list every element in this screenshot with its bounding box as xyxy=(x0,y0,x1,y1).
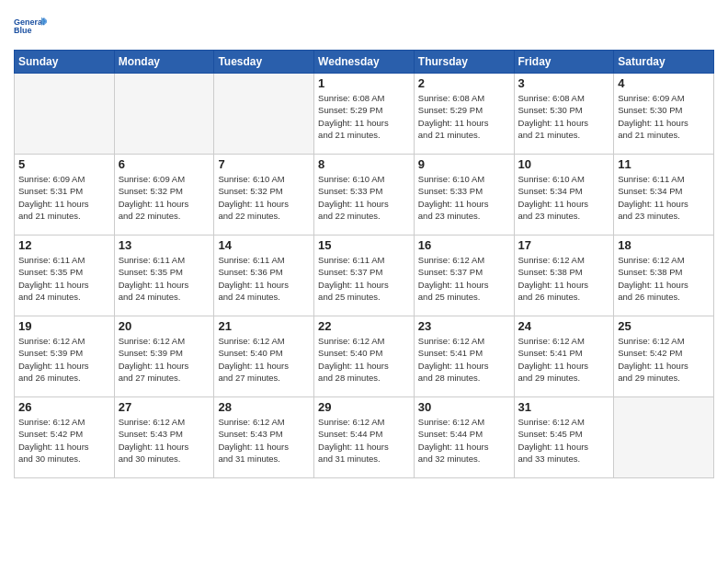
day-info: Sunrise: 6:10 AMSunset: 5:34 PMDaylight:… xyxy=(518,173,610,222)
calendar-cell: 16Sunrise: 6:12 AMSunset: 5:37 PMDayligh… xyxy=(414,236,514,316)
day-number: 12 xyxy=(18,238,110,252)
calendar-cell: 13Sunrise: 6:11 AMSunset: 5:35 PMDayligh… xyxy=(114,236,214,316)
day-info: Sunrise: 6:12 AMSunset: 5:42 PMDaylight:… xyxy=(618,335,710,384)
day-info: Sunrise: 6:11 AMSunset: 5:36 PMDaylight:… xyxy=(218,254,310,303)
day-info: Sunrise: 6:08 AMSunset: 5:29 PMDaylight:… xyxy=(418,92,510,141)
day-header-monday: Monday xyxy=(114,51,214,74)
day-number: 8 xyxy=(318,157,410,171)
day-number: 5 xyxy=(18,157,110,171)
day-info: Sunrise: 6:12 AMSunset: 5:44 PMDaylight:… xyxy=(318,416,410,465)
day-info: Sunrise: 6:09 AMSunset: 5:31 PMDaylight:… xyxy=(18,173,110,222)
day-info: Sunrise: 6:09 AMSunset: 5:30 PMDaylight:… xyxy=(618,92,710,141)
calendar-cell: 24Sunrise: 6:12 AMSunset: 5:41 PMDayligh… xyxy=(514,316,614,397)
header: General Blue xyxy=(14,9,714,42)
day-number: 13 xyxy=(119,238,210,252)
logo: General Blue xyxy=(14,9,47,42)
calendar-cell: 26Sunrise: 6:12 AMSunset: 5:42 PMDayligh… xyxy=(15,397,115,478)
day-number: 18 xyxy=(618,238,710,252)
day-info: Sunrise: 6:10 AMSunset: 5:33 PMDaylight:… xyxy=(318,173,410,222)
calendar-cell: 29Sunrise: 6:12 AMSunset: 5:44 PMDayligh… xyxy=(314,397,415,478)
page: General Blue SundayMondayTuesdayWednesda… xyxy=(0,0,728,563)
day-number: 21 xyxy=(218,319,310,333)
day-number: 26 xyxy=(18,400,110,414)
day-number: 20 xyxy=(119,319,210,333)
calendar-cell xyxy=(614,397,714,478)
calendar-table: SundayMondayTuesdayWednesdayThursdayFrid… xyxy=(14,50,714,478)
day-number: 28 xyxy=(218,400,310,414)
day-number: 3 xyxy=(518,76,610,90)
day-info: Sunrise: 6:12 AMSunset: 5:40 PMDaylight:… xyxy=(218,335,310,384)
calendar-cell: 27Sunrise: 6:12 AMSunset: 5:43 PMDayligh… xyxy=(114,397,214,478)
day-number: 14 xyxy=(218,238,310,252)
calendar-cell: 2Sunrise: 6:08 AMSunset: 5:29 PMDaylight… xyxy=(414,74,514,155)
day-header-friday: Friday xyxy=(514,51,614,74)
day-number: 7 xyxy=(218,157,310,171)
day-info: Sunrise: 6:10 AMSunset: 5:33 PMDaylight:… xyxy=(418,173,510,222)
day-header-tuesday: Tuesday xyxy=(214,51,314,74)
day-number: 30 xyxy=(418,400,510,414)
day-info: Sunrise: 6:12 AMSunset: 5:45 PMDaylight:… xyxy=(518,416,610,465)
day-number: 16 xyxy=(418,238,510,252)
day-info: Sunrise: 6:12 AMSunset: 5:42 PMDaylight:… xyxy=(18,416,110,465)
svg-text:Blue: Blue xyxy=(14,26,32,35)
calendar-cell xyxy=(114,74,214,155)
calendar-cell: 20Sunrise: 6:12 AMSunset: 5:39 PMDayligh… xyxy=(114,316,214,397)
day-info: Sunrise: 6:12 AMSunset: 5:44 PMDaylight:… xyxy=(418,416,510,465)
day-number: 25 xyxy=(618,319,710,333)
calendar-cell: 9Sunrise: 6:10 AMSunset: 5:33 PMDaylight… xyxy=(414,155,514,236)
day-info: Sunrise: 6:11 AMSunset: 5:35 PMDaylight:… xyxy=(119,254,210,303)
day-info: Sunrise: 6:12 AMSunset: 5:39 PMDaylight:… xyxy=(119,335,210,384)
day-info: Sunrise: 6:11 AMSunset: 5:37 PMDaylight:… xyxy=(318,254,410,303)
calendar-cell: 25Sunrise: 6:12 AMSunset: 5:42 PMDayligh… xyxy=(614,316,714,397)
day-header-saturday: Saturday xyxy=(614,51,714,74)
day-number: 29 xyxy=(318,400,410,414)
calendar-cell: 5Sunrise: 6:09 AMSunset: 5:31 PMDaylight… xyxy=(15,155,115,236)
calendar-cell: 23Sunrise: 6:12 AMSunset: 5:41 PMDayligh… xyxy=(414,316,514,397)
day-number: 11 xyxy=(618,157,710,171)
calendar-cell: 19Sunrise: 6:12 AMSunset: 5:39 PMDayligh… xyxy=(15,316,115,397)
day-info: Sunrise: 6:11 AMSunset: 5:34 PMDaylight:… xyxy=(618,173,710,222)
calendar-cell: 17Sunrise: 6:12 AMSunset: 5:38 PMDayligh… xyxy=(514,236,614,316)
calendar-cell: 30Sunrise: 6:12 AMSunset: 5:44 PMDayligh… xyxy=(414,397,514,478)
day-info: Sunrise: 6:12 AMSunset: 5:39 PMDaylight:… xyxy=(18,335,110,384)
calendar-cell xyxy=(214,74,314,155)
day-number: 9 xyxy=(418,157,510,171)
calendar-cell: 12Sunrise: 6:11 AMSunset: 5:35 PMDayligh… xyxy=(15,236,115,316)
day-number: 2 xyxy=(418,76,510,90)
calendar-cell: 11Sunrise: 6:11 AMSunset: 5:34 PMDayligh… xyxy=(614,155,714,236)
day-header-sunday: Sunday xyxy=(15,51,115,74)
day-number: 6 xyxy=(119,157,210,171)
day-info: Sunrise: 6:12 AMSunset: 5:43 PMDaylight:… xyxy=(119,416,210,465)
day-info: Sunrise: 6:08 AMSunset: 5:30 PMDaylight:… xyxy=(518,92,610,141)
day-number: 15 xyxy=(318,238,410,252)
calendar-cell: 31Sunrise: 6:12 AMSunset: 5:45 PMDayligh… xyxy=(514,397,614,478)
day-info: Sunrise: 6:12 AMSunset: 5:40 PMDaylight:… xyxy=(318,335,410,384)
day-number: 22 xyxy=(318,319,410,333)
calendar-cell: 1Sunrise: 6:08 AMSunset: 5:29 PMDaylight… xyxy=(314,74,415,155)
day-info: Sunrise: 6:08 AMSunset: 5:29 PMDaylight:… xyxy=(318,92,410,141)
calendar-cell: 7Sunrise: 6:10 AMSunset: 5:32 PMDaylight… xyxy=(214,155,314,236)
calendar-cell: 22Sunrise: 6:12 AMSunset: 5:40 PMDayligh… xyxy=(314,316,415,397)
day-number: 19 xyxy=(18,319,110,333)
calendar-cell: 6Sunrise: 6:09 AMSunset: 5:32 PMDaylight… xyxy=(114,155,214,236)
logo-svg: General Blue xyxy=(14,9,47,42)
day-header-thursday: Thursday xyxy=(414,51,514,74)
calendar-cell: 28Sunrise: 6:12 AMSunset: 5:43 PMDayligh… xyxy=(214,397,314,478)
day-number: 23 xyxy=(418,319,510,333)
day-info: Sunrise: 6:12 AMSunset: 5:41 PMDaylight:… xyxy=(418,335,510,384)
day-info: Sunrise: 6:12 AMSunset: 5:43 PMDaylight:… xyxy=(218,416,310,465)
day-number: 17 xyxy=(518,238,610,252)
day-number: 27 xyxy=(119,400,210,414)
calendar-cell: 14Sunrise: 6:11 AMSunset: 5:36 PMDayligh… xyxy=(214,236,314,316)
calendar-cell: 18Sunrise: 6:12 AMSunset: 5:38 PMDayligh… xyxy=(614,236,714,316)
calendar-cell: 4Sunrise: 6:09 AMSunset: 5:30 PMDaylight… xyxy=(614,74,714,155)
calendar-cell: 21Sunrise: 6:12 AMSunset: 5:40 PMDayligh… xyxy=(214,316,314,397)
calendar-cell xyxy=(15,74,115,155)
day-number: 24 xyxy=(518,319,610,333)
day-number: 1 xyxy=(318,76,410,90)
day-info: Sunrise: 6:10 AMSunset: 5:32 PMDaylight:… xyxy=(218,173,310,222)
calendar-cell: 8Sunrise: 6:10 AMSunset: 5:33 PMDaylight… xyxy=(314,155,415,236)
day-info: Sunrise: 6:12 AMSunset: 5:38 PMDaylight:… xyxy=(518,254,610,303)
calendar-cell: 10Sunrise: 6:10 AMSunset: 5:34 PMDayligh… xyxy=(514,155,614,236)
day-info: Sunrise: 6:11 AMSunset: 5:35 PMDaylight:… xyxy=(18,254,110,303)
